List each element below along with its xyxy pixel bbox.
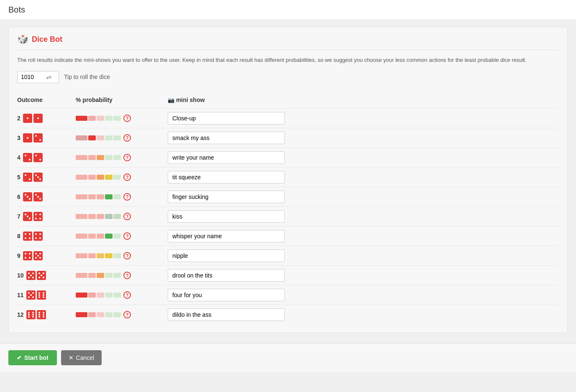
outcome-cell: 4: [17, 148, 67, 167]
table-row: 12?: [17, 305, 559, 324]
probability-cell: ?: [67, 226, 159, 246]
probability-cell: ?: [67, 305, 159, 324]
outcome-number: 7: [17, 213, 20, 220]
minishow-cell: [159, 206, 559, 226]
table-row: 6?: [17, 187, 559, 206]
dice-pair: [23, 232, 43, 241]
minishow-input[interactable]: [168, 171, 285, 183]
probability-cell: ?: [67, 108, 159, 128]
bottom-bar: ✔ Start bot ✕ Cancel: [0, 343, 576, 372]
table-row: 8?: [17, 226, 559, 246]
probability-help-icon[interactable]: ?: [123, 154, 131, 161]
probability-help-icon[interactable]: ?: [123, 272, 131, 279]
minishow-input[interactable]: [168, 210, 285, 223]
description-text: The roll results indicate the mini-shows…: [17, 56, 559, 64]
probability-cell: ?: [67, 265, 159, 285]
dice-pair: [26, 290, 46, 300]
outcome-cell: 9: [17, 246, 67, 265]
outcome-cell: 11: [17, 285, 67, 305]
minishow-input[interactable]: [168, 289, 285, 301]
probability-cell: ?: [67, 206, 159, 226]
minishow-cell: [159, 265, 559, 285]
minishow-cell: [159, 148, 559, 167]
minishow-input[interactable]: [168, 269, 285, 282]
probability-help-icon[interactable]: ?: [123, 173, 131, 181]
outcome-number: 2: [17, 115, 20, 122]
table-row: 7?: [17, 206, 559, 226]
outcome-cell: 2: [17, 108, 67, 128]
probability-cell: ?: [67, 167, 159, 187]
dice-pair: [26, 271, 46, 280]
page-header: Bots: [0, 0, 576, 20]
filter-icon[interactable]: ⇌: [46, 73, 51, 81]
minishow-cell: [159, 285, 559, 305]
probability-cell: ?: [67, 187, 159, 206]
cancel-button[interactable]: ✕ Cancel: [61, 350, 102, 365]
outcome-cell: 3: [17, 128, 67, 148]
minishow-input[interactable]: [168, 249, 285, 262]
probability-help-icon[interactable]: ?: [123, 134, 131, 142]
minishow-cell: [159, 187, 559, 206]
col-header-probability: % probability: [67, 93, 159, 109]
bot-title: Dice Bot: [32, 35, 62, 44]
probability-cell: ?: [67, 148, 159, 167]
table-row: 5?: [17, 167, 559, 187]
probability-help-icon[interactable]: ?: [123, 311, 131, 318]
tip-input-wrap[interactable]: ⇌: [17, 71, 59, 83]
camera-icon: 📷: [168, 97, 174, 103]
probability-cell: ?: [67, 128, 159, 148]
minishow-label: mini show: [176, 97, 205, 103]
outcome-number: 3: [17, 135, 20, 141]
outcome-number: 9: [17, 252, 20, 259]
main-container: 🎲 Dice Bot The roll results indicate the…: [0, 20, 576, 340]
outcome-cell: 6: [17, 187, 67, 206]
tip-row: ⇌ Tip to roll the dice: [17, 71, 559, 83]
bot-panel: 🎲 Dice Bot The roll results indicate the…: [8, 27, 568, 333]
minishow-cell: [159, 246, 559, 265]
probability-help-icon[interactable]: ?: [123, 291, 131, 299]
x-icon: ✕: [69, 354, 74, 361]
minishow-input[interactable]: [168, 308, 285, 321]
probability-help-icon[interactable]: ?: [123, 252, 131, 260]
probability-help-icon[interactable]: ?: [123, 232, 131, 240]
dice-pair: [23, 133, 43, 143]
bot-title-row: 🎲 Dice Bot: [17, 34, 559, 50]
minishow-cell: [159, 128, 559, 148]
tip-label: Tip to roll the dice: [64, 74, 110, 80]
probability-cell: ?: [67, 246, 159, 265]
probability-help-icon[interactable]: ?: [123, 213, 131, 220]
outcome-table: Outcome % probability 📷 mini show 2?3?4?…: [17, 93, 559, 324]
table-row: 4?: [17, 148, 559, 167]
outcome-cell: 7: [17, 206, 67, 226]
dice-pair: [26, 310, 46, 319]
minishow-input[interactable]: [168, 151, 285, 164]
check-icon: ✔: [17, 354, 22, 361]
probability-help-icon[interactable]: ?: [123, 193, 131, 201]
minishow-input[interactable]: [168, 230, 285, 242]
minishow-input[interactable]: [168, 191, 285, 203]
dice-pair: [23, 173, 43, 182]
dice-pair: [23, 212, 43, 221]
page-title: Bots: [8, 5, 568, 15]
minishow-cell: [159, 108, 559, 128]
dice-pair: [23, 192, 43, 201]
minishow-input[interactable]: [168, 132, 285, 144]
table-header-row: Outcome % probability 📷 mini show: [17, 93, 559, 109]
outcome-cell: 10: [17, 265, 67, 285]
minishow-input[interactable]: [168, 112, 285, 125]
outcome-cell: 8: [17, 226, 67, 246]
minishow-cell: [159, 305, 559, 324]
dice-bot-icon: 🎲: [17, 34, 28, 45]
probability-cell: ?: [67, 285, 159, 305]
table-row: 10?: [17, 265, 559, 285]
outcome-cell: 5: [17, 167, 67, 187]
tip-input[interactable]: [21, 74, 46, 80]
outcome-number: 4: [17, 154, 20, 161]
outcome-number: 8: [17, 233, 20, 239]
minishow-cell: [159, 167, 559, 187]
probability-help-icon[interactable]: ?: [123, 115, 131, 122]
start-bot-label: Start bot: [24, 354, 49, 361]
table-row: 9?: [17, 246, 559, 265]
minishow-cell: [159, 226, 559, 246]
start-bot-button[interactable]: ✔ Start bot: [8, 350, 57, 365]
